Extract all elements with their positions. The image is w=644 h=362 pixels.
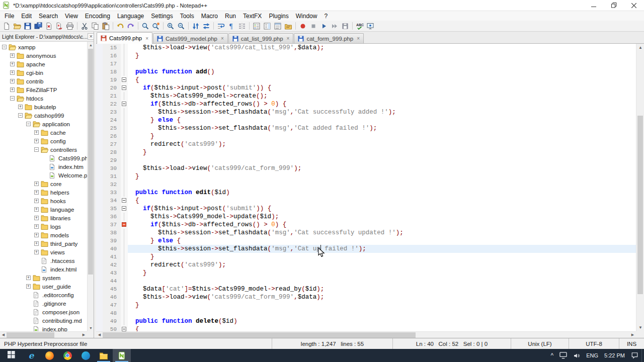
menu-item-encoding[interactable]: Encoding [82,11,114,21]
expand-icon[interactable]: + [34,233,39,237]
bookmark-margin[interactable] [96,237,103,245]
fold-margin[interactable] [121,189,128,197]
tab-close-icon[interactable]: × [145,36,148,41]
expand-icon[interactable]: + [26,276,31,280]
bookmark-margin[interactable] [96,124,103,132]
code-line-23[interactable]: 23 $this->session->set_flashdata('msg','… [96,108,636,116]
fold-margin[interactable] [121,221,128,229]
menu-item-view[interactable]: View [61,11,82,21]
code-editor[interactable]: 15 $this->load->view('cats999/cat_list_9… [96,44,644,338]
fold-margin[interactable] [121,148,128,156]
fold-margin[interactable] [121,261,128,269]
tree-item-index-html[interactable]: index.html [0,265,87,274]
code-line-46[interactable]: 46 $this->load->view('cats999/cat_form_9… [96,293,636,301]
fold-margin[interactable] [121,76,128,84]
menu-item-window[interactable]: Window [292,11,321,21]
expand-icon[interactable]: + [34,199,39,203]
tree-item-cgi-bin[interactable]: +cgi-bin [0,68,87,77]
expand-icon[interactable]: + [34,130,39,135]
save-macro-button[interactable] [340,21,350,31]
bookmark-margin[interactable] [96,148,103,156]
bookmark-margin[interactable] [96,76,103,84]
close-button[interactable] [624,0,644,11]
code-line-27[interactable]: 27 redirect('cats999'); [96,140,636,148]
tab-cats999-php[interactable]: Cats999.php× [97,32,152,44]
code-line-50[interactable]: 50 { [96,325,636,331]
tab-cats999-model-php[interactable]: Cats999_model.php× [153,33,228,43]
scroll-left-icon[interactable]: ◀ [96,332,103,338]
redo-button[interactable] [126,21,136,31]
expand-icon[interactable]: + [18,105,23,109]
tree-item-language[interactable]: +language [0,205,87,214]
print-button[interactable] [65,21,75,31]
tree-item-cache[interactable]: +cache [0,128,87,137]
fold-margin[interactable] [121,132,128,140]
scrollbar-thumb[interactable] [7,332,54,338]
fold-margin[interactable] [121,116,128,124]
scroll-left-icon[interactable]: ◀ [0,332,7,338]
code-line-16[interactable]: 16 } [96,52,636,60]
tree-item-third-party[interactable]: +third_party [0,239,87,248]
editor-vertical-scrollbar[interactable]: ▲ ▼ [636,44,644,331]
indent-guides-button[interactable] [237,21,247,31]
code-line-24[interactable]: 24 } else { [96,116,636,124]
expand-icon[interactable]: + [34,216,39,220]
collapse-icon[interactable]: − [18,113,23,118]
save-button[interactable] [23,21,33,31]
tree-item-anonymous[interactable]: +anonymous [0,51,87,60]
fold-margin[interactable] [121,124,128,132]
scroll-down-icon[interactable]: ▼ [636,324,644,331]
fold-margin[interactable] [121,325,128,331]
fold-collapse-icon[interactable] [122,222,126,227]
bookmark-margin[interactable] [96,189,103,197]
code-line-33[interactable]: 33 public function edit($id) [96,189,636,197]
expand-icon[interactable]: + [10,79,15,83]
fold-margin[interactable] [121,253,128,261]
menu-item-language[interactable]: Language [114,11,147,21]
cut-button[interactable] [79,21,90,31]
fold-margin[interactable] [121,172,128,180]
run-macro-multiple-button[interactable] [330,21,340,31]
network-icon[interactable] [556,349,570,362]
tray-chevron-icon[interactable]: ^ [548,349,557,362]
function-list-button[interactable] [252,21,262,31]
fold-margin[interactable] [121,92,128,100]
fold-margin[interactable] [121,213,128,221]
show-all-chars-button[interactable]: ¶ [226,21,236,31]
menu-item-tools[interactable]: Tools [177,11,198,21]
code-line-47[interactable]: 47 } [96,301,636,309]
bookmark-margin[interactable] [96,84,103,92]
code-line-45[interactable]: 45 $data['cat']=$this->Cats999_model->re… [96,285,636,293]
scroll-right-icon[interactable]: ▶ [80,332,87,338]
code-line-44[interactable]: 44 [96,277,636,285]
stop-macro-button[interactable] [308,21,318,31]
sync-vertical-button[interactable] [191,21,201,31]
fold-margin[interactable] [121,197,128,205]
tree-item-views[interactable]: +views [0,248,87,256]
code-line-34[interactable]: 34 { [96,197,636,205]
tree-item-index-htm[interactable]: index.htm [0,162,87,171]
expand-icon[interactable]: + [10,53,15,58]
menu-item-file[interactable]: File [1,11,18,21]
bookmark-margin[interactable] [96,132,103,140]
code-line-22[interactable]: 22 if($this->db->affected_rows() > 0) { [96,100,636,108]
code-line-21[interactable]: 21 $this->Cats999_model->create(); [96,92,636,100]
expand-icon[interactable]: + [26,284,31,289]
fold-margin[interactable] [121,60,128,68]
fold-margin[interactable] [121,140,128,148]
code-line-35[interactable]: 35 if($this->input->post('submit')) { [96,205,636,213]
fold-margin[interactable] [121,301,128,309]
code-line-32[interactable]: 32 [96,180,636,189]
open-file-button[interactable] [12,21,22,31]
code-line-17[interactable]: 17 [96,60,636,68]
bookmark-margin[interactable] [96,60,103,68]
code-line-28[interactable]: 28 } [96,148,636,156]
tree-item-logs[interactable]: +logs [0,222,87,231]
collapse-icon[interactable]: − [34,147,39,152]
fold-margin[interactable] [121,237,128,245]
menu-item-plugins[interactable]: Plugins [265,11,292,21]
tab-close-icon[interactable]: × [357,36,360,41]
tab-close-icon[interactable]: × [221,36,224,41]
new-file-button[interactable] [2,21,12,31]
tree-item-htdocs[interactable]: −htdocs [0,94,87,103]
